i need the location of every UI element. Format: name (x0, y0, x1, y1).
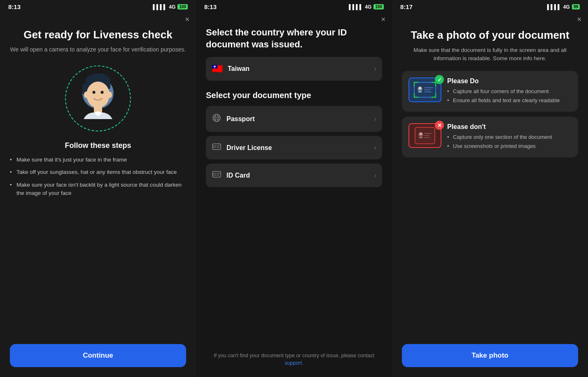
face-illustration (10, 66, 186, 131)
chevron-icon-id: › (374, 172, 376, 179)
time-1: 8:13 (8, 3, 21, 10)
svg-rect-26 (424, 87, 433, 88)
right-icons-3: ▌▌▌▌ 4G 99 (547, 4, 580, 10)
please-dont-title: Please don't (447, 123, 572, 131)
svg-point-7 (84, 91, 89, 98)
country-selector[interactable]: 🇹🇼 Taiwan › (206, 57, 382, 81)
svg-rect-35 (415, 127, 435, 144)
right-icons-1: ▌▌▌▌ 4G 100 (153, 4, 188, 10)
battery-2: 100 (373, 4, 384, 9)
chevron-icon-driver: › (374, 144, 376, 152)
step-1: Make sure that it's just your face in th… (10, 156, 186, 164)
network-icon-2: 4G (365, 4, 371, 10)
battery-1: 100 (177, 4, 188, 9)
svg-point-4 (86, 82, 110, 108)
id-card-label: ID Card (226, 172, 369, 179)
signal-icon-2: ▌▌▌▌ (349, 4, 363, 10)
check-badge: ✓ (435, 75, 444, 84)
footer-text: If you can't find your document type or … (206, 347, 382, 368)
passport-label: Passport (226, 115, 369, 123)
face-svg (71, 72, 125, 125)
liveness-subtitle: We will open a camera to analyze your fa… (10, 45, 186, 54)
doc-id-card[interactable]: ID Card › (206, 164, 382, 187)
do-bullet-1: Capture all four corners of the document (447, 87, 572, 96)
svg-point-16 (213, 145, 216, 148)
svg-point-25 (419, 87, 422, 90)
select-doc-title: Select your document type (206, 91, 382, 100)
close-button-3[interactable]: × (577, 15, 581, 24)
driver-license-icon (212, 143, 222, 152)
passport-icon (212, 113, 222, 124)
status-bar-3: 8:17 ▌▌▌▌ 4G 99 (392, 0, 588, 12)
panel2-content: × Select the country where your ID docum… (196, 12, 392, 377)
svg-point-20 (213, 173, 216, 176)
svg-rect-27 (424, 89, 431, 90)
country-name: Taiwan (228, 65, 369, 73)
network-icon-1: 4G (169, 4, 175, 10)
doc-passport[interactable]: Passport › (206, 106, 382, 132)
signal-icon-1: ▌▌▌▌ (153, 4, 167, 10)
do-card-info: Please Do Capture all four corners of th… (447, 77, 572, 105)
svg-rect-19 (212, 171, 221, 177)
do-thumbnail: ✓ (408, 77, 441, 102)
do-doc-svg (412, 80, 438, 100)
dont-thumbnail: ✕ (408, 123, 441, 148)
svg-rect-15 (212, 144, 221, 150)
face-circle (65, 66, 131, 131)
chevron-icon-country: › (374, 65, 376, 73)
close-button-2[interactable]: × (381, 15, 385, 24)
driver-license-label: Driver License (226, 144, 369, 152)
status-bar-1: 8:13 ▌▌▌▌ 4G 100 (0, 0, 196, 12)
take-photo-button[interactable]: Take photo (402, 344, 578, 367)
svg-point-5 (93, 91, 96, 94)
dont-doc-svg (412, 126, 438, 145)
time-3: 8:17 (400, 3, 413, 10)
signal-icon-3: ▌▌▌▌ (547, 4, 561, 10)
dont-card-info: Please don't Capture only one section of… (447, 123, 572, 151)
liveness-title: Get ready for Liveness check (10, 28, 186, 41)
take-photo-subtitle: Make sure that the document is fully in … (402, 46, 578, 63)
country-flag: 🇹🇼 (212, 63, 223, 74)
panel-liveness: 8:13 ▌▌▌▌ 4G 100 × Get ready for Livenes… (0, 0, 196, 377)
panel-take-photo: 8:17 ▌▌▌▌ 4G 99 × Take a photo of your d… (392, 0, 588, 377)
steps-list: Make sure that it's just your face in th… (10, 156, 186, 201)
close-button-1[interactable]: × (185, 15, 189, 24)
please-dont-card: ✕ Please don't Capture only one section … (402, 117, 578, 157)
step-3: Make sure your face isn't backlit by a l… (10, 181, 186, 198)
continue-button[interactable]: Continue (10, 344, 186, 367)
cross-badge: ✕ (435, 121, 444, 130)
select-country-title: Select the country where your ID documen… (206, 27, 382, 50)
battery-3: 99 (572, 4, 580, 9)
please-do-title: Please Do (447, 77, 572, 85)
status-bar-2: 8:13 ▌▌▌▌ 4G 100 (196, 0, 392, 12)
support-link[interactable]: support. (285, 360, 303, 366)
steps-title: Follow these steps (10, 141, 186, 150)
dont-bullet-1: Capture only one section of the document (447, 133, 572, 141)
time-2: 8:13 (204, 3, 217, 10)
take-photo-title: Take a photo of your document (402, 28, 578, 42)
panel3-content: × Take a photo of your document Make sur… (392, 12, 588, 377)
chevron-icon-passport: › (374, 115, 376, 123)
network-icon-3: 4G (563, 4, 570, 10)
dont-bullet-2: Use screenshots or printed images (447, 142, 572, 150)
please-do-card: ✓ Please Do Capture all four corners of … (402, 71, 578, 112)
svg-point-6 (101, 91, 104, 94)
please-dont-bullets: Capture only one section of the document… (447, 133, 572, 150)
id-card-icon (212, 171, 222, 180)
doc-driver-license[interactable]: Driver License › (206, 136, 382, 159)
please-do-bullets: Capture all four corners of the document… (447, 87, 572, 104)
do-bullet-2: Ensure all fields and text are clearly r… (447, 96, 572, 105)
svg-point-8 (107, 91, 112, 98)
panel-document-select: 8:13 ▌▌▌▌ 4G 100 × Select the country wh… (196, 0, 392, 377)
svg-rect-28 (424, 91, 432, 92)
right-icons-2: ▌▌▌▌ 4G 100 (349, 4, 384, 10)
panel1-content: × Get ready for Liveness check We will o… (0, 12, 196, 377)
step-2: Take off your sunglasses, hat or any ite… (10, 168, 186, 176)
